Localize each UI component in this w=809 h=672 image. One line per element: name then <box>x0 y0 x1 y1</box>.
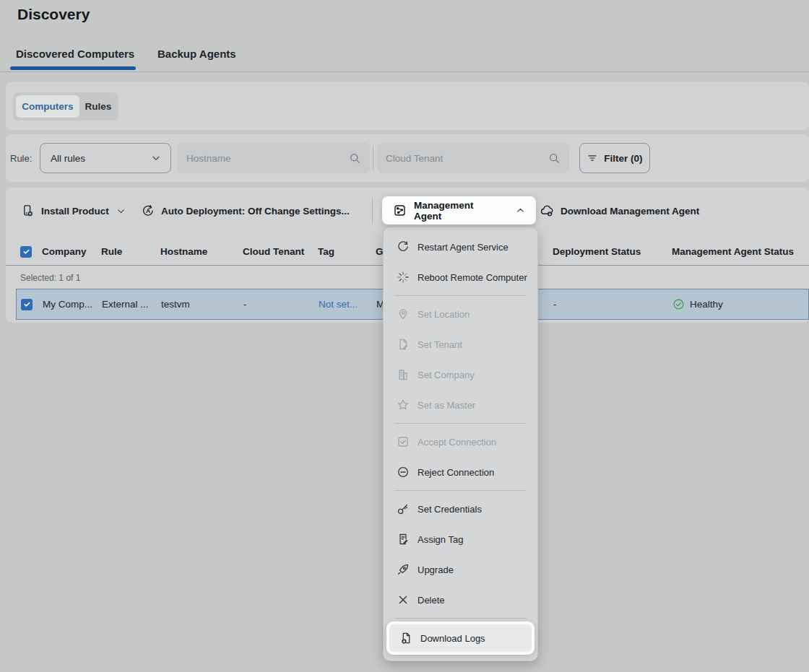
chevron-up-icon <box>515 205 526 216</box>
chevron-down-icon <box>116 206 126 217</box>
cell-tag-link[interactable]: Not set... <box>319 289 358 319</box>
column-header-rule[interactable]: Rule <box>101 238 122 265</box>
filter-divider <box>373 146 373 170</box>
auto-deployment-button[interactable]: A Auto Deployment: Off <box>142 198 262 224</box>
healthy-check-icon <box>672 298 685 310</box>
menu-item-restart-agent-service[interactable]: Restart Agent Service <box>384 232 537 262</box>
menu-item-set-tenant: Set Tenant <box>384 329 537 359</box>
chevron-down-icon <box>150 152 162 164</box>
install-product-button[interactable]: Install Product <box>22 198 126 224</box>
tab-discovered-computers[interactable]: Discovered Computers <box>16 48 134 60</box>
cell-rule: External ... <box>102 289 149 319</box>
restart-icon <box>397 240 410 253</box>
menu-divider <box>394 618 527 619</box>
rocket-icon <box>397 563 410 576</box>
filter-button[interactable]: Filter (0) <box>579 143 650 173</box>
menu-divider <box>394 295 527 296</box>
x-icon <box>397 593 410 606</box>
management-agent-icon <box>393 204 407 217</box>
selection-summary: Selected: 1 of 1 <box>20 268 80 288</box>
tag-edit-icon <box>397 533 410 546</box>
filter-button-label: Filter (0) <box>604 153 642 164</box>
checkbox-checked-icon <box>21 299 33 310</box>
view-toggle-card <box>6 82 809 130</box>
minus-circle-icon <box>397 466 410 479</box>
rule-select[interactable]: All rules <box>40 143 171 173</box>
filter-icon <box>587 152 598 164</box>
toggle-computers[interactable]: Computers <box>16 95 79 118</box>
column-header-clipped[interactable]: G <box>376 238 384 265</box>
column-header-cloud-tenant[interactable]: Cloud Tenant <box>243 238 304 265</box>
management-agent-menu: Restart Agent Service Reboot Remote Comp… <box>383 227 538 661</box>
toggle-rules[interactable]: Rules <box>79 95 117 118</box>
active-tab-underline <box>10 66 136 70</box>
cell-hostname: testvm <box>161 289 190 319</box>
location-pin-icon <box>397 307 410 320</box>
hostname-search-input[interactable] <box>186 153 349 164</box>
star-icon <box>397 398 410 411</box>
download-document-icon <box>399 632 412 645</box>
tab-backup-agents[interactable]: Backup Agents <box>157 48 236 60</box>
auto-deployment-icon: A <box>142 204 155 217</box>
toolbar-divider <box>372 198 373 224</box>
menu-divider <box>394 423 527 424</box>
column-header-tag[interactable]: Tag <box>318 238 334 265</box>
rule-label: Rule: <box>10 143 32 173</box>
column-header-hostname[interactable]: Hostname <box>160 238 207 265</box>
column-header-management-agent-status[interactable]: Management Agent Status <box>672 238 794 265</box>
column-header-company[interactable]: Company <box>42 238 87 265</box>
column-header-deployment-status[interactable]: Deployment Status <box>553 238 641 265</box>
menu-item-assign-tag[interactable]: Assign Tag <box>384 524 537 554</box>
svg-text:A: A <box>146 207 150 214</box>
change-settings-button[interactable]: Change Settings... <box>264 198 350 224</box>
cell-agent-status: Healthy <box>672 289 723 319</box>
install-product-icon <box>22 204 35 217</box>
menu-item-delete[interactable]: Delete <box>384 585 537 615</box>
menu-item-set-company: Set Company <box>384 359 537 390</box>
menu-item-reboot-remote-computer[interactable]: Reboot Remote Computer <box>384 262 537 292</box>
row-checkbox[interactable] <box>21 289 33 319</box>
page-title: Discovery <box>17 6 90 23</box>
cell-deployment-status: - <box>553 289 557 319</box>
building-icon <box>397 368 410 381</box>
checkbox-checked-icon <box>20 246 32 258</box>
menu-item-set-location: Set Location <box>384 299 537 329</box>
menu-item-set-as-master: Set as Master <box>384 390 537 420</box>
download-management-agent-button[interactable]: Download Management Agent <box>540 198 699 224</box>
key-icon <box>397 502 410 515</box>
cloud-download-icon <box>540 204 554 218</box>
search-icon <box>548 152 561 165</box>
cell-company: My Comp... <box>43 289 92 319</box>
hostname-search <box>178 143 370 173</box>
cell-cloud-tenant: - <box>243 289 247 319</box>
menu-item-download-logs[interactable]: Download Logs <box>389 624 532 652</box>
management-agent-button[interactable]: Management Agent <box>382 196 536 224</box>
reboot-spinner-icon <box>397 271 410 284</box>
cloud-tenant-search-input[interactable] <box>386 153 548 164</box>
tabs-divider <box>0 71 809 72</box>
menu-item-set-credentials[interactable]: Set Credentials <box>384 494 537 524</box>
menu-item-accept-connection: Accept Connection <box>384 427 537 457</box>
menu-divider <box>394 490 527 491</box>
search-icon <box>349 152 361 165</box>
tutorial-spotlight: Download Logs <box>386 621 535 655</box>
checkbox-check-icon <box>397 435 410 448</box>
rule-select-value: All rules <box>51 153 85 164</box>
select-all-checkbox[interactable] <box>20 238 32 265</box>
document-edit-icon <box>397 338 410 351</box>
menu-item-reject-connection[interactable]: Reject Connection <box>384 457 537 487</box>
menu-item-upgrade[interactable]: Upgrade <box>384 554 537 585</box>
cloud-tenant-search <box>377 143 569 173</box>
